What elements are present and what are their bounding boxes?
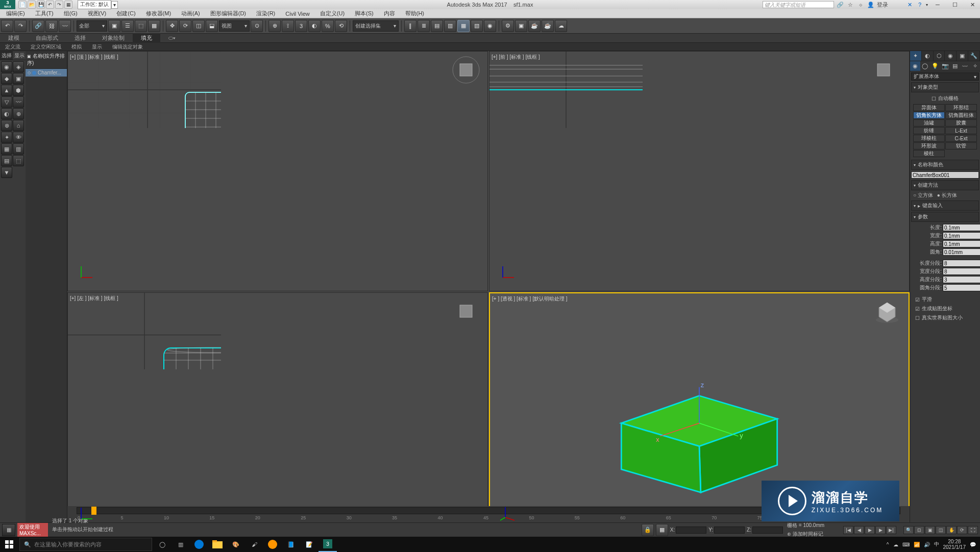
chevron-down-icon[interactable]: ▾ <box>111 1 118 9</box>
edge-icon[interactable] <box>190 537 208 552</box>
tool-icon[interactable]: ▤ <box>1 155 12 166</box>
app-icon[interactable]: 🖌 <box>245 537 263 552</box>
tool-icon[interactable]: ⌂ <box>13 120 24 131</box>
tool-icon[interactable]: ▽ <box>1 96 12 108</box>
ribbon-sub-flow[interactable]: 定义流 <box>2 43 23 51</box>
maximize-button[interactable]: ☐ <box>947 0 963 9</box>
workspace-selector[interactable]: 工作区: 默认▾ <box>78 0 118 9</box>
app-icon[interactable]: 🎨 <box>227 537 245 552</box>
viewport-front[interactable]: [+] [前 ] [标准 ] [线框 ] <box>489 51 910 291</box>
ribbon-sub-idle[interactable]: 定义空闲区域 <box>28 43 64 51</box>
ribbon-toggle-icon[interactable]: ⬭▾ <box>160 34 184 42</box>
open-file-icon[interactable]: 📂 <box>28 1 36 9</box>
viewport-top[interactable]: [+] [顶 ] [标准 ] [线框 ] <box>67 51 488 291</box>
category-dropdown[interactable]: 扩展基本体▾ <box>911 72 979 81</box>
cortana-icon[interactable]: ▥ <box>172 537 190 552</box>
tab-display-icon[interactable]: ▣ <box>957 51 968 61</box>
maxscript-label[interactable]: 欢迎使用 MAXSc... <box>17 523 48 537</box>
coord-z-input[interactable] <box>752 526 783 534</box>
firefox-icon[interactable] <box>263 537 282 552</box>
btn-hedra[interactable]: 异面体 <box>913 104 945 111</box>
btn-chamfercyl[interactable]: 切角圆柱体 <box>945 112 977 119</box>
viewcube[interactable] <box>452 56 480 84</box>
nav-zoom-extents-icon[interactable]: ▣ <box>925 526 935 534</box>
menu-group[interactable]: 组(G) <box>61 9 81 18</box>
tab-select[interactable]: 选择 <box>0 51 13 60</box>
undo-button[interactable]: ↶ <box>1 20 13 32</box>
task-view-icon[interactable]: ◯ <box>153 537 172 552</box>
app-icon[interactable]: 📘 <box>282 537 300 552</box>
tool-icon[interactable]: ⬚ <box>13 155 24 166</box>
chevron-down-icon[interactable]: ▾ <box>926 3 928 7</box>
spinner-snap-button[interactable]: ⟲ <box>335 20 347 32</box>
save-file-icon[interactable]: 💾 <box>37 1 45 9</box>
tool-icon[interactable]: ▦ <box>1 143 12 155</box>
user-icon[interactable]: 👤 <box>867 1 875 9</box>
subtab-geometry-icon[interactable]: ◉ <box>910 61 920 71</box>
rollout-parameters[interactable]: 参数 <box>911 212 979 222</box>
tab-utilities-icon[interactable]: 🔧 <box>968 51 980 61</box>
menu-customize[interactable]: 自定义(U) <box>317 9 348 18</box>
viewport-label-left[interactable]: [+] [左 ] [标准 ] [线框 ] <box>70 295 118 302</box>
btn-gengon[interactable]: 球棱柱 <box>913 135 945 142</box>
input-fillet[interactable] <box>943 248 980 256</box>
input-length[interactable] <box>943 224 980 231</box>
menu-civilview[interactable]: Civil View <box>282 10 312 18</box>
autogrid-checkbox[interactable]: ☐自动栅格 <box>912 94 978 103</box>
btn-chamferbox[interactable]: 切角长方体 <box>913 112 945 119</box>
material-editor-button[interactable]: ◉ <box>484 20 496 32</box>
radio-cube[interactable]: ○ 立方体 <box>913 192 933 199</box>
align-button[interactable]: ≣ <box>418 20 430 32</box>
render-iterative-button[interactable]: ☕ <box>542 20 554 32</box>
tab-motion-icon[interactable]: ◉ <box>945 51 957 61</box>
scale-button[interactable]: ◫ <box>192 20 205 32</box>
nav-orbit-icon[interactable]: ⟳ <box>957 526 967 534</box>
radio-box[interactable]: ● 长方体 <box>937 192 957 199</box>
subtab-shapes-icon[interactable]: ◯ <box>920 61 930 71</box>
nav-zoom-icon[interactable]: 🔍 <box>903 526 914 534</box>
toggle-ribbon-button[interactable]: ▥ <box>444 20 456 32</box>
mirror-button[interactable]: ‖ <box>404 20 416 32</box>
rollout-keyboard-entry[interactable]: ▸键盘输入 <box>911 200 979 211</box>
tool-icon[interactable]: ⊗ <box>1 120 12 131</box>
input-fillet-segs[interactable] <box>943 284 980 291</box>
ribbon-tab-objectpaint[interactable]: 对象绘制 <box>94 33 133 43</box>
viewport-layout-button[interactable]: ▦ <box>2 524 15 536</box>
object-name-input[interactable] <box>911 171 979 179</box>
expand-icon[interactable]: ⟐ <box>856 1 865 9</box>
prev-frame-button[interactable]: ◀ <box>854 526 864 534</box>
undo-icon[interactable]: ↶ <box>46 1 54 9</box>
transform-type-in-icon[interactable]: ▦ <box>656 524 668 536</box>
tray-lang-icon[interactable]: 中 <box>934 541 939 548</box>
input-width[interactable] <box>943 232 980 239</box>
lock-selection-icon[interactable]: 🔒 <box>642 524 654 536</box>
btn-ringwave[interactable]: 环形波 <box>913 142 945 149</box>
btn-hose[interactable]: 软管 <box>945 142 977 149</box>
viewcube[interactable] <box>869 56 898 84</box>
subtab-lights-icon[interactable]: 💡 <box>930 61 940 71</box>
render-production-button[interactable]: ☕ <box>528 20 541 32</box>
nav-pan-icon[interactable]: ✋ <box>946 526 957 534</box>
tool-icon[interactable]: ◐ <box>1 108 12 119</box>
taskbar-search[interactable]: 🔍 在这里输入你要搜索的内容 <box>19 538 152 551</box>
schematic-view-button[interactable]: ▧ <box>471 20 483 32</box>
ribbon-tab-freeform[interactable]: 自由形式 <box>28 33 66 43</box>
rendered-frame-button[interactable]: ▣ <box>515 20 527 32</box>
input-height-segs[interactable] <box>943 276 980 283</box>
subtab-cameras-icon[interactable]: 📷 <box>940 61 950 71</box>
input-height[interactable] <box>943 240 980 247</box>
selection-filter-dropdown[interactable]: 全部▾ <box>77 20 107 32</box>
subtab-systems-icon[interactable]: ✧ <box>970 61 980 71</box>
tool-icon[interactable]: ▣ <box>13 73 24 84</box>
close-button[interactable]: ✕ <box>965 0 980 9</box>
redo-button[interactable]: ↷ <box>14 20 27 32</box>
angle-snap-button[interactable]: ◐ <box>308 20 321 32</box>
viewport-label-perspective[interactable]: [+ ] [透视 ] [标准 ] [默认明暗处理 ] <box>492 295 568 303</box>
ref-coord-dropdown[interactable]: 视图▾ <box>219 20 250 32</box>
btn-torus-knot[interactable]: 环形结 <box>945 104 977 111</box>
tool-icon[interactable]: ◉ <box>1 61 12 72</box>
tool-icon[interactable]: ◈ <box>13 61 24 72</box>
input-length-segs[interactable] <box>943 260 980 267</box>
scene-header[interactable]: ▣ 名称(按升序排序) <box>26 51 67 69</box>
ribbon-sub-display[interactable]: 显示 <box>89 43 105 51</box>
